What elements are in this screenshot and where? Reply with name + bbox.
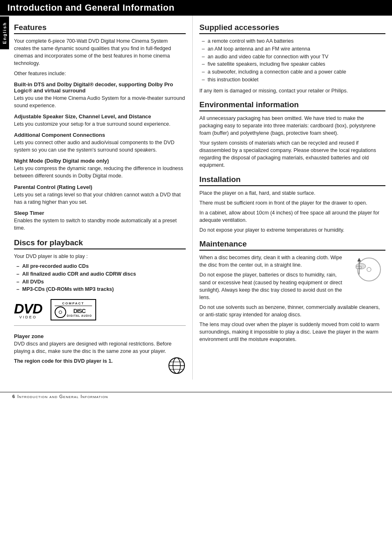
digital-audio-text: DIGITAL AUDIO bbox=[67, 314, 92, 317]
accessory-item-2: an audio and video cable for connection … bbox=[202, 53, 385, 61]
environmental-title: Environmental information bbox=[199, 100, 385, 111]
features-subsection-6: Sleep Timer Enables the system to switch… bbox=[14, 210, 186, 232]
disc-item-0: All pre-recorded audio CDs bbox=[16, 263, 186, 270]
right-column: Supplied accessories a remote control wi… bbox=[193, 16, 392, 380]
left-column: Features Your complete 6-piece 700-Watt … bbox=[9, 16, 193, 380]
maintenance-content: When a disc becomes dirty, clean it with… bbox=[199, 254, 385, 304]
cd-logo: COMPACT DISC DIGITAL AUDIO bbox=[51, 299, 96, 320]
installation-para-3: Do not expose your player to extreme tem… bbox=[199, 226, 385, 234]
disc-cleaning-illustration bbox=[348, 254, 385, 285]
accessories-list: a remote control with two AA batteries a… bbox=[199, 37, 385, 84]
maintenance-title: Maintenance bbox=[199, 240, 385, 251]
page-footer: 6 Introduction and General Information bbox=[0, 392, 392, 401]
accessory-item-4: a subwoofer, including a connection cabl… bbox=[202, 68, 385, 76]
svg-point-6 bbox=[367, 267, 371, 272]
features-subsection-2: Adjustable Speaker Size, Channel Level, … bbox=[14, 113, 186, 128]
accessory-item-3: five satellite speakers, including five … bbox=[202, 60, 385, 68]
subsection-title-6: Sleep Timer bbox=[14, 210, 186, 216]
maintenance-para-3: The lens may cloud over when the player … bbox=[199, 321, 385, 343]
subsection-body-2: Lets you customize your setup for a true… bbox=[14, 120, 186, 128]
svg-point-5 bbox=[357, 258, 380, 281]
disc-item-3: MP3-CDs (CD-ROMs with MP3 tracks) bbox=[16, 286, 186, 293]
player-zone-title: Player zone bbox=[14, 333, 186, 339]
installation-para-0: Place the player on a flat, hard, and st… bbox=[199, 189, 385, 197]
language-tab: English bbox=[0, 16, 9, 49]
dvd-text: DVD bbox=[14, 301, 42, 317]
features-title: Features bbox=[14, 23, 186, 34]
disc-logos: DVD VIDEO COMPACT DISC DIGITAL AUDIO bbox=[14, 299, 186, 320]
discs-title: Discs for playback bbox=[14, 238, 186, 249]
discs-list: All pre-recorded audio CDs All finalized… bbox=[14, 263, 186, 293]
subsection-title-1: Built-in DTS and Dolby Digital® decoder,… bbox=[14, 81, 186, 94]
globe-icon bbox=[168, 357, 186, 375]
accessory-item-5: this instruction booklet bbox=[202, 76, 385, 84]
region-code-area: The region code for this DVD player is 1… bbox=[14, 357, 186, 375]
subsection-title-2: Adjustable Speaker Size, Channel Level, … bbox=[14, 113, 186, 120]
player-zone-section: Player zone DVD discs and players are de… bbox=[14, 325, 186, 375]
installation-para-2: In a cabinet, allow about 10cm (4 inches… bbox=[199, 209, 385, 224]
player-zone-body: DVD discs and players are designed with … bbox=[14, 340, 186, 355]
region-code-text: The region code for this DVD player is 1… bbox=[14, 357, 186, 365]
features-subsection-3: Additional Component Connections Lets yo… bbox=[14, 132, 186, 154]
subsection-body-4: Lets you compress the dynamic range, red… bbox=[14, 165, 186, 180]
accessory-item-0: a remote control with two AA batteries bbox=[202, 37, 385, 45]
subsection-body-5: Lets you set a ratings level so that you… bbox=[14, 191, 186, 206]
footer-title: Introduction and General Information bbox=[17, 394, 108, 399]
environmental-para-0: All unnecessary packaging has been omitt… bbox=[199, 115, 385, 137]
disc-item-2: All DVDs bbox=[16, 278, 186, 286]
features-subsection-4: Night Mode (Dolby Digital mode only) Let… bbox=[14, 158, 186, 180]
installation-title: Installation bbox=[199, 175, 385, 186]
page-title: Introduction and General Information bbox=[0, 0, 392, 16]
accessory-item-1: an AM loop antenna and an FM wire antenn… bbox=[202, 45, 385, 53]
subsection-title-5: Parental Control (Rating Level) bbox=[14, 184, 186, 190]
subsection-body-3: Lets you connect other audio and audio/v… bbox=[14, 139, 186, 154]
environmental-para-1: Your system consists of materials which … bbox=[199, 139, 385, 169]
compact-label: COMPACT bbox=[55, 302, 92, 306]
other-features-label: Other features include: bbox=[14, 70, 186, 77]
disc-text: DISC bbox=[74, 308, 85, 314]
maintenance-para-2: Do not use solvents such as benzene, thi… bbox=[199, 304, 385, 318]
supplied-accessories-title: Supplied accessories bbox=[199, 23, 385, 34]
subsection-title-3: Additional Component Connections bbox=[14, 132, 186, 138]
dvd-logo: DVD VIDEO bbox=[14, 301, 42, 319]
disc-circle-icon bbox=[55, 306, 66, 318]
svg-rect-8 bbox=[356, 266, 362, 269]
features-intro: Your complete 6-piece 700-Watt DVD Digit… bbox=[14, 37, 186, 67]
features-subsection-1: Built-in DTS and Dolby Digital® decoder,… bbox=[14, 81, 186, 109]
installation-para-1: There must be sufficient room in front o… bbox=[199, 199, 385, 207]
features-subsection-5: Parental Control (Rating Level) Lets you… bbox=[14, 184, 186, 206]
disc-icon-area: DISC DIGITAL AUDIO bbox=[55, 306, 92, 318]
subsection-title-4: Night Mode (Dolby Digital mode only) bbox=[14, 158, 186, 164]
accessories-note: If any item is damaged or missing, conta… bbox=[199, 87, 385, 94]
subsection-body-1: Lets you use the Home Cinema Audio Syste… bbox=[14, 94, 186, 109]
subsection-body-6: Enables the system to switch to standby … bbox=[14, 217, 186, 232]
disc-item-1: All finalized audio CDR and audio CDRW d… bbox=[16, 270, 186, 278]
page-number: 6 bbox=[12, 394, 15, 399]
discs-intro: Your DVD player is able to play : bbox=[14, 253, 186, 260]
